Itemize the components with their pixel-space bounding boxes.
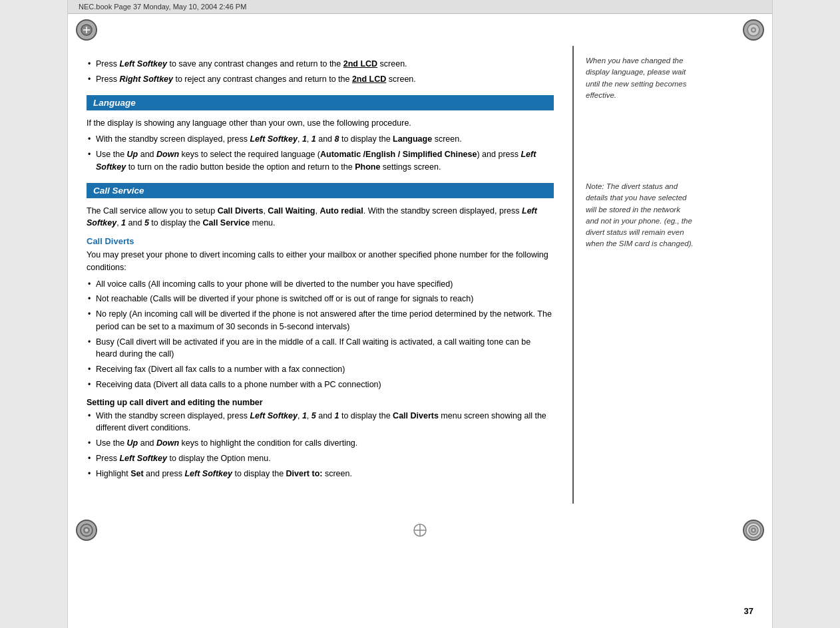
num1b-cd: 1	[335, 411, 339, 420]
svg-point-15	[753, 530, 755, 532]
call-diverts-ref-intro: Call Diverts	[218, 206, 264, 216]
set-ref: Set	[130, 469, 143, 478]
divert-to-ref: Divert to:	[286, 469, 323, 478]
cd-bullet-5: Receiving fax (Divert all fax calls to a…	[87, 363, 554, 376]
call-waiting-ref-intro: Call Waiting	[268, 206, 315, 216]
bottom-left-corner-mark	[76, 520, 97, 541]
call-diverts-subheader: Call Diverts	[87, 236, 554, 246]
side-note-1-text: When you have changed the display langua…	[586, 57, 687, 99]
down-key-cd: Down	[156, 438, 179, 448]
phone-settings-ref: Phone	[355, 162, 380, 172]
setting-bullet-2: Use the Up and Down keys to highlight th…	[87, 437, 554, 450]
call-service-menu-ref: Call Service	[202, 218, 250, 228]
num8-lang: 8	[335, 134, 339, 144]
top-left-corner-mark	[76, 19, 97, 41]
call-diverts-menu-ref: Call Diverts	[393, 411, 439, 420]
side-note-2-text: Note: The divert status and details that…	[586, 182, 694, 247]
cd-bullet-4: Busy (Call divert will be activated if y…	[87, 336, 554, 361]
topbar-text: NEC.book Page 37 Monday, May 10, 2004 2:…	[79, 3, 246, 11]
num5-cd: 5	[312, 411, 316, 420]
setting-bullet-1: With the standby screen displayed, press…	[87, 410, 554, 435]
down-key-lang: Down	[156, 150, 179, 159]
left-softkey-ref-1: Left Softkey	[119, 59, 167, 69]
intro-bullet-1: Press Left Softkey to save any contrast …	[87, 58, 554, 71]
call-diverts-bullets: All voice calls (All incoming calls to y…	[87, 278, 554, 391]
setting-up-header: Setting up call divert and editing the n…	[87, 398, 554, 407]
language-header: Language	[87, 95, 554, 110]
num1-cd: 1	[302, 411, 307, 420]
left-softkey-lang: Left Softkey	[250, 134, 298, 144]
top-right-corner-mark	[743, 19, 764, 41]
page-number: 37	[744, 606, 753, 616]
left-softkey-cd-2: Left Softkey	[119, 454, 167, 463]
auto-redial-ref-intro: Auto redial	[319, 206, 363, 216]
crosshair-bottom-center	[413, 523, 427, 538]
2nd-lcd-ref-2: 2nd LCD	[352, 75, 386, 84]
right-softkey-ref-1: Right Softkey	[119, 75, 173, 84]
side-notes: When you have changed the display langua…	[574, 46, 707, 504]
setting-bullets: With the standby screen displayed, press…	[87, 410, 554, 480]
main-content: Press Left Softkey to save any contrast …	[68, 46, 574, 504]
language-options: Automatic /English / Simplified Chinese	[320, 150, 477, 159]
svg-point-5	[752, 29, 755, 31]
language-screen-ref: Language	[393, 134, 432, 144]
bottom-area	[68, 514, 772, 546]
call-diverts-intro: You may preset your phone to divert inco…	[87, 249, 554, 274]
left-softkey-cd-3: Left Softkey	[184, 469, 232, 478]
call-service-intro: The Call service allow you to setup Call…	[87, 205, 554, 230]
cd-bullet-2: Not reachable (Calls will be diverted if…	[87, 293, 554, 305]
left-softkey-cd: Left Softkey	[250, 411, 298, 420]
side-note-1: When you have changed the display langua…	[586, 55, 695, 101]
2nd-lcd-ref-1: 2nd LCD	[343, 59, 377, 69]
num1-lang: 1	[302, 134, 307, 144]
up-key-lang: Up	[127, 150, 138, 159]
content-area: Press Left Softkey to save any contrast …	[68, 46, 772, 504]
num1b-lang: 1	[312, 134, 316, 144]
cd-bullet-1: All voice calls (All incoming calls to y…	[87, 278, 554, 291]
cd-bullet-6: Receiving data (Divert all data calls to…	[87, 379, 554, 391]
page-wrapper: NEC.book Page 37 Monday, May 10, 2004 2:…	[67, 0, 773, 628]
setting-bullet-4: Highlight Set and press Left Softkey to …	[87, 468, 554, 480]
call-service-header: Call Service	[87, 183, 554, 198]
intro-bullet-2: Press Right Softkey to reject any contra…	[87, 73, 554, 86]
num1-cs: 1	[121, 218, 126, 228]
language-bullet-2: Use the Up and Down keys to select the r…	[87, 148, 554, 174]
language-bullet-1: With the standby screen displayed, press…	[87, 133, 554, 146]
language-bullets: With the standby screen displayed, press…	[87, 133, 554, 173]
side-note-2: Note: The divert status and details that…	[586, 181, 695, 250]
cd-bullet-3: No reply (An incoming call will be diver…	[87, 308, 554, 333]
setting-bullet-3: Press Left Softkey to display the Option…	[87, 452, 554, 465]
corners-top	[68, 14, 772, 46]
top-bar: NEC.book Page 37 Monday, May 10, 2004 2:…	[68, 0, 772, 14]
intro-bullets: Press Left Softkey to save any contrast …	[87, 58, 554, 86]
svg-point-8	[85, 529, 89, 532]
bottom-right-corner-mark	[743, 520, 764, 541]
num5-cs: 5	[144, 218, 149, 228]
up-key-cd: Up	[127, 438, 138, 448]
language-intro: If the display is showing any language o…	[87, 117, 554, 130]
